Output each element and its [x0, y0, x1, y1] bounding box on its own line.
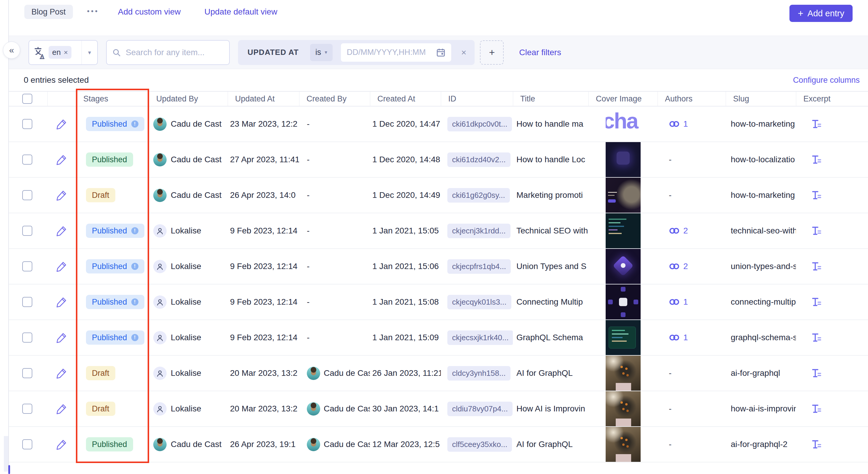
left-scrollbar-track[interactable]: [4, 436, 8, 472]
remove-language-icon[interactable]: ×: [64, 49, 68, 56]
stage-badge: Published: [86, 437, 133, 451]
authors-relation[interactable]: 1: [669, 333, 688, 342]
row-checkbox[interactable]: [22, 439, 32, 449]
row-select-cell: [9, 107, 48, 142]
col-header-excerpt[interactable]: Excerpt: [796, 92, 868, 106]
table-row[interactable]: Published ! Lokalise 9 Feb 2023, 12:14 -…: [9, 249, 868, 285]
translate-icon: A: [34, 46, 45, 59]
table-row[interactable]: Published ! Lokalise 9 Feb 2023, 12:14 -…: [9, 320, 868, 356]
col-header-created-at[interactable]: Created At: [370, 92, 441, 106]
table-row[interactable]: Published ! Lokalise 9 Feb 2023, 12:14 -…: [9, 285, 868, 320]
edit-pencil-icon[interactable]: [56, 189, 68, 201]
language-dropdown-caret[interactable]: ▾: [82, 41, 97, 64]
edit-pencil-icon[interactable]: [56, 367, 68, 379]
authors-relation[interactable]: 2: [669, 226, 688, 236]
col-header-stages[interactable]: Stages: [76, 92, 149, 106]
cover-image-cell: cha: [588, 107, 657, 142]
language-filter[interactable]: A en × ▾: [28, 40, 98, 65]
table-row[interactable]: Draft Cadu de Cast 26 Apr 2023, 14:0 - 1…: [9, 178, 868, 213]
title-cell: Union Types and S: [513, 249, 588, 284]
authors-relation[interactable]: 1: [669, 119, 688, 129]
add-entry-button[interactable]: + Add entry: [789, 5, 852, 22]
edit-pencil-icon[interactable]: [56, 438, 68, 450]
row-checkbox[interactable]: [22, 154, 32, 165]
rich-text-icon[interactable]: [811, 189, 822, 201]
rich-text-icon[interactable]: [811, 118, 822, 129]
stage-cell: Published !: [76, 107, 149, 142]
date-input[interactable]: [346, 48, 432, 57]
stage-info-icon[interactable]: !: [131, 227, 138, 234]
rich-text-icon[interactable]: [811, 403, 822, 414]
add-filter-button[interactable]: +: [480, 40, 504, 65]
row-checkbox[interactable]: [22, 119, 32, 129]
authors-relation[interactable]: 2: [669, 262, 688, 271]
edit-pencil-icon[interactable]: [56, 403, 68, 415]
row-checkbox[interactable]: [22, 226, 32, 236]
edit-pencil-icon[interactable]: [56, 331, 68, 344]
row-checkbox[interactable]: [22, 297, 32, 307]
stage-info-icon[interactable]: !: [131, 298, 138, 305]
calendar-icon[interactable]: [436, 48, 446, 58]
stage-info-icon[interactable]: !: [131, 120, 138, 127]
col-header-updated-at[interactable]: Updated At: [228, 92, 299, 106]
clear-filters-link[interactable]: Clear filters: [519, 48, 561, 57]
created-at-cell: 1 Jan 2021, 15:09 (: [370, 320, 441, 355]
col-header-authors[interactable]: Authors: [657, 92, 726, 106]
col-header-created-by[interactable]: Created By: [299, 92, 370, 106]
created-at-cell: 1 Jan 2021, 15:05 (: [370, 213, 441, 248]
col-header-id[interactable]: ID: [441, 92, 513, 106]
edit-pencil-icon[interactable]: [56, 118, 68, 130]
row-edit-cell: [48, 356, 76, 391]
table-row[interactable]: Published Cadu de Cast 27 Apr 2023, 11:4…: [9, 142, 868, 178]
stage-cell: Draft: [76, 356, 149, 391]
updated-by-cell: Lokalise: [149, 391, 228, 426]
col-header-title[interactable]: Title: [513, 92, 588, 106]
col-header-updated-by[interactable]: Updated By: [149, 92, 228, 106]
select-all-checkbox[interactable]: [22, 94, 32, 104]
row-checkbox[interactable]: [22, 190, 32, 200]
rich-text-icon[interactable]: [811, 367, 822, 379]
language-chip[interactable]: en ×: [49, 46, 71, 59]
row-checkbox[interactable]: [22, 368, 32, 378]
left-scrollbar-thumb[interactable]: [8, 465, 10, 474]
more-views-button[interactable]: •••: [87, 5, 99, 19]
add-custom-view-link[interactable]: Add custom view: [118, 5, 181, 19]
created-by-cell: -: [299, 249, 370, 284]
rich-text-icon[interactable]: [811, 296, 822, 307]
table-row[interactable]: Published ! Cadu de Cast 23 Mar 2023, 12…: [9, 107, 868, 142]
filter-operator-dropdown[interactable]: is ▾: [310, 44, 333, 61]
update-default-view-link[interactable]: Update default view: [204, 5, 277, 19]
stage-info-icon[interactable]: !: [131, 263, 138, 270]
rich-text-icon[interactable]: [811, 225, 822, 236]
row-checkbox[interactable]: [22, 404, 32, 414]
col-header-cover-image[interactable]: Cover Image: [588, 92, 657, 106]
rich-text-icon[interactable]: [811, 332, 822, 343]
slug-cell: connecting-multip: [726, 285, 796, 320]
stage-info-icon[interactable]: !: [131, 334, 138, 341]
edit-pencil-icon[interactable]: [56, 153, 68, 166]
table-row[interactable]: Published ! Lokalise 9 Feb 2023, 12:14 -…: [9, 213, 868, 249]
row-checkbox[interactable]: [22, 261, 32, 271]
table-row[interactable]: Published Cadu de Cast 26 Apr 2023, 19:1…: [9, 427, 868, 463]
stage-cell: Published !: [76, 249, 149, 284]
row-checkbox[interactable]: [22, 332, 32, 343]
rich-text-icon[interactable]: [811, 261, 822, 272]
main-content: Blog Post ••• Add custom view Update def…: [9, 0, 868, 463]
rich-text-icon[interactable]: [811, 154, 822, 165]
edit-pencil-icon[interactable]: [56, 296, 68, 308]
plus-icon: +: [798, 9, 803, 18]
collapse-panel-button[interactable]: «: [3, 41, 20, 59]
edit-pencil-icon[interactable]: [56, 260, 68, 273]
view-tab-blog-post[interactable]: Blog Post: [24, 5, 73, 19]
rich-text-icon[interactable]: [811, 439, 822, 450]
search-input[interactable]: [125, 48, 224, 58]
authors-relation[interactable]: 1: [669, 297, 688, 307]
table-row[interactable]: Draft Lokalise 20 Mar 2023, 13:2 Cadu de…: [9, 356, 868, 391]
table-row[interactable]: Draft Lokalise 20 Mar 2023, 13:2 Cadu de…: [9, 391, 868, 427]
col-header-slug[interactable]: Slug: [726, 92, 796, 106]
remove-filter-icon[interactable]: ×: [461, 48, 467, 57]
updated-by-cell: Lokalise: [149, 249, 228, 284]
edit-pencil-icon[interactable]: [56, 225, 68, 237]
configure-columns-link[interactable]: Configure columns: [793, 76, 860, 85]
created-by-cell: Cadu de Cast: [299, 356, 370, 391]
